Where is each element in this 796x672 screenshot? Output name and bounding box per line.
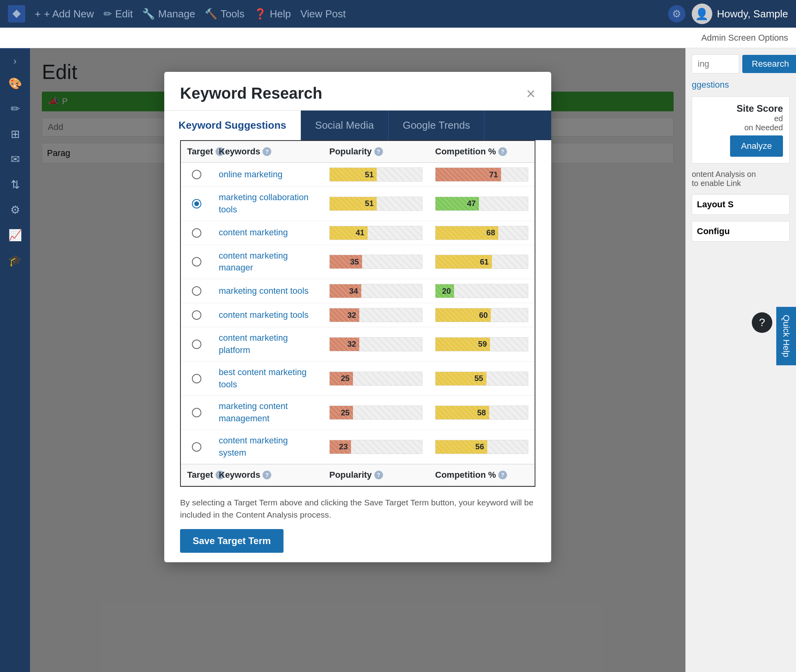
sidebar-item-education[interactable]: 🎓 <box>3 248 27 272</box>
table-row: content marketing4168 <box>181 221 535 245</box>
sidebar-collapse-button[interactable]: › <box>0 53 30 70</box>
sidebar-item-mail[interactable]: ✉ <box>3 147 27 171</box>
site-score-title: Site Score <box>698 103 783 114</box>
manage-button[interactable]: 🔧 Manage <box>142 8 195 20</box>
keyword-link-2[interactable]: content marketing <box>219 227 288 237</box>
radio-button-0[interactable] <box>192 170 201 179</box>
app-logo[interactable] <box>8 5 25 23</box>
modal-tabs: Keyword Suggestions Social Media Google … <box>164 111 551 140</box>
radio-button-2[interactable] <box>192 228 201 238</box>
competition-cell-1: 47 <box>429 197 535 211</box>
add-new-button[interactable]: + + Add New <box>35 8 94 20</box>
popularity-cell-4: 34 <box>323 284 429 298</box>
footer-popularity-info-icon[interactable]: ? <box>374 471 383 479</box>
view-post-button[interactable]: View Post <box>300 8 346 20</box>
table-footer-header: Target ? Keywords ? Popularity ? <box>181 464 535 486</box>
footer-note: By selecting a Target Term above and cli… <box>180 496 535 521</box>
table-row: content marketing manager3561 <box>181 245 535 280</box>
sidebar-item-edit[interactable]: ✏ <box>3 97 27 120</box>
user-area: 👤 Howdy, Sample <box>692 4 788 24</box>
admin-screen-options-button[interactable]: Admin Screen Options <box>701 33 788 43</box>
radio-button-9[interactable] <box>192 442 201 452</box>
analyze-button[interactable]: Analyze <box>730 135 783 157</box>
keyword-link-7[interactable]: best content marketing tools <box>219 367 307 389</box>
radio-button-3[interactable] <box>192 257 201 267</box>
tab-social-media[interactable]: Social Media <box>301 111 389 140</box>
help-button[interactable]: ❓ Help <box>254 8 291 20</box>
radio-button-1[interactable] <box>192 199 201 208</box>
sidebar-item-transfer[interactable]: ⇅ <box>3 173 27 196</box>
table-row: online marketing5171 <box>181 163 535 187</box>
popularity-cell-7: 25 <box>323 372 429 386</box>
popularity-cell-9: 23 <box>323 440 429 454</box>
keyword-link-0[interactable]: online marketing <box>219 169 282 179</box>
wrench-icon: 🔧 <box>142 8 155 20</box>
table-rows: online marketing5171marketing collaborat… <box>181 163 535 464</box>
footer-keywords-info-icon[interactable]: ? <box>263 471 271 479</box>
modal-title: Keyword Research <box>180 84 322 102</box>
left-sidebar: › 🎨 ✏ ⊞ ✉ ⇅ ⚙ 📈 🎓 <box>0 48 30 672</box>
radio-button-4[interactable] <box>192 286 201 296</box>
keyword-cell-5: content marketing tools <box>212 309 323 321</box>
suggestions-link[interactable]: ggestions <box>692 80 790 90</box>
sidebar-item-analytics[interactable]: 📈 <box>3 223 27 247</box>
keyword-research-modal: Keyword Research × Keyword Suggestions S… <box>164 72 551 562</box>
competition-cell-8: 58 <box>429 405 535 420</box>
tools-button[interactable]: 🔨 Tools <box>205 8 244 20</box>
keyword-link-1[interactable]: marketing collaboration tools <box>219 192 308 214</box>
modal-overlay[interactable]: Keyword Research × Keyword Suggestions S… <box>30 48 685 672</box>
tab-keyword-suggestions[interactable]: Keyword Suggestions <box>164 111 301 140</box>
target-cell-7 <box>181 374 212 383</box>
target-cell-3 <box>181 257 212 267</box>
radio-button-7[interactable] <box>192 374 201 383</box>
competition-info-icon[interactable]: ? <box>498 147 507 156</box>
gear-settings-button[interactable]: ⚙ <box>668 5 685 23</box>
keyword-cell-7: best content marketing tools <box>212 366 323 391</box>
keyword-link-8[interactable]: marketing content management <box>219 401 288 423</box>
edit-button[interactable]: ✏ Edit <box>103 8 133 20</box>
target-cell-8 <box>181 408 212 417</box>
top-navigation: + + Add New ✏ Edit 🔧 Manage 🔨 Tools ❓ He… <box>0 0 796 28</box>
keyword-table: Target ? Keywords ? Popularity ? <box>180 140 535 487</box>
header-competition: Competition % ? <box>429 146 535 157</box>
quick-help-button[interactable]: Quick Help <box>776 307 796 365</box>
radio-button-5[interactable] <box>192 310 201 320</box>
modal-footer: By selecting a Target Term above and cli… <box>164 487 551 562</box>
keyword-table-section: Target ? Keywords ? Popularity ? <box>164 140 551 487</box>
layout-section: Layout S <box>692 194 790 215</box>
modal-close-button[interactable]: × <box>526 86 535 101</box>
keyword-link-4[interactable]: marketing content tools <box>219 286 308 296</box>
table-header: Target ? Keywords ? Popularity ? <box>181 141 535 163</box>
content-area: Edit 📣 P Parag Keyword Research × <box>30 48 685 672</box>
content-analysis-note: ontent Analysis onto enable Link <box>692 170 790 188</box>
tab-google-trends[interactable]: Google Trends <box>389 111 485 140</box>
table-row: marketing content management2558 <box>181 396 535 430</box>
keyword-link-3[interactable]: content marketing manager <box>219 251 288 273</box>
research-button[interactable]: Research <box>742 55 796 73</box>
save-target-term-button[interactable]: Save Target Term <box>180 529 283 553</box>
radio-button-8[interactable] <box>192 408 201 417</box>
edit-icon: ✏ <box>103 8 112 20</box>
sidebar-item-design[interactable]: 🎨 <box>3 71 27 95</box>
keyword-link-6[interactable]: content marketing platform <box>219 333 288 355</box>
footer-competition-info-icon[interactable]: ? <box>498 471 507 479</box>
popularity-info-icon[interactable]: ? <box>374 147 383 156</box>
keywords-info-icon[interactable]: ? <box>263 147 271 156</box>
popularity-cell-1: 51 <box>323 197 429 211</box>
keyword-link-9[interactable]: content marketing system <box>219 435 288 458</box>
sidebar-item-settings[interactable]: ⚙ <box>3 198 27 221</box>
popularity-cell-2: 41 <box>323 226 429 240</box>
footer-competition: Competition % ? <box>429 470 535 480</box>
radio-button-6[interactable] <box>192 340 201 349</box>
competition-cell-4: 20 <box>429 284 535 298</box>
target-cell-6 <box>181 340 212 349</box>
keyword-link-5[interactable]: content marketing tools <box>219 310 308 320</box>
competition-cell-7: 55 <box>429 372 535 386</box>
target-cell-9 <box>181 442 212 452</box>
research-keyword-input[interactable] <box>692 54 739 73</box>
config-section: Configu <box>692 221 790 242</box>
popularity-cell-0: 51 <box>323 167 429 182</box>
help-icon: ❓ <box>254 8 267 20</box>
question-circle-button[interactable]: ? <box>752 312 772 333</box>
sidebar-item-grid[interactable]: ⊞ <box>3 122 27 146</box>
